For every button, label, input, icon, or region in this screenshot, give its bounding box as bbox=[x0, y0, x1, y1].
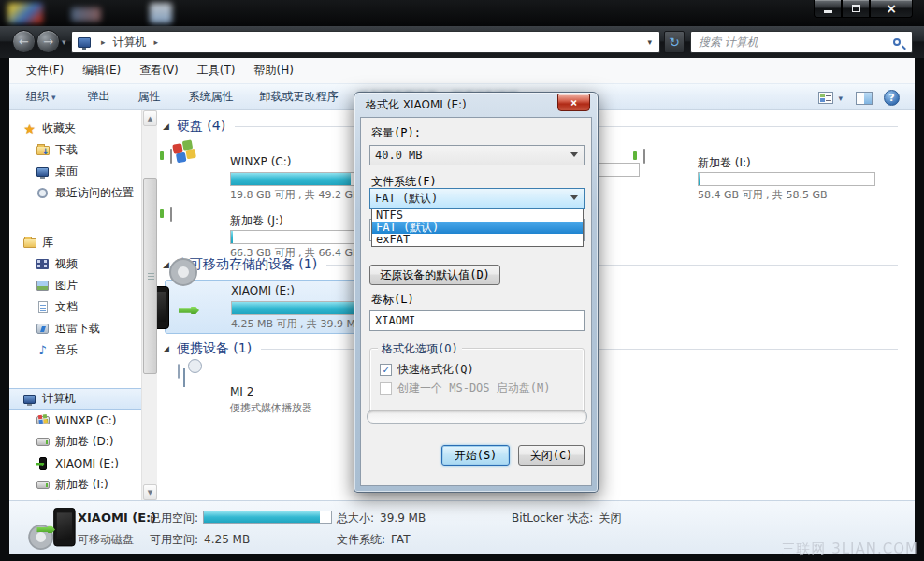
menu-edit[interactable]: 编辑(E) bbox=[73, 59, 130, 82]
dropdown-option-exfat[interactable]: exFAT bbox=[372, 234, 583, 246]
computer-icon bbox=[78, 37, 91, 48]
sidebar-item-music[interactable]: ♪ 音乐 bbox=[9, 339, 141, 361]
capacity-gauge-fill bbox=[231, 231, 233, 243]
music-note-icon: ♪ bbox=[36, 343, 50, 357]
search-icon[interactable] bbox=[893, 38, 901, 46]
capacity-gauge-fill bbox=[231, 173, 351, 185]
bitlocker-value: 关闭 bbox=[599, 511, 621, 525]
capacity-gauge bbox=[698, 172, 875, 186]
breadcrumb-arrow-icon[interactable]: ▸ bbox=[149, 37, 165, 47]
filesystem-combobox[interactable]: FAT (默认) bbox=[369, 188, 585, 209]
sidebar-group-libraries[interactable]: 库 bbox=[9, 232, 141, 253]
star-icon: ★ bbox=[22, 122, 36, 136]
capacity-value: 40.0 MB bbox=[375, 149, 423, 162]
toolbar-right-icons: ▾ ? bbox=[818, 84, 905, 111]
bitlocker-label: BitLocker 状态: bbox=[512, 511, 593, 525]
total-size-label: 总大小: bbox=[337, 511, 374, 525]
sidebar-item-thunder-download[interactable]: 迅雷下载 bbox=[9, 318, 141, 339]
sidebar-item-recent-places[interactable]: 最近访问的位置 bbox=[9, 182, 141, 204]
checkbox-checked-icon[interactable]: ✓ bbox=[380, 364, 392, 376]
sidebar-group-label: 计算机 bbox=[36, 391, 76, 407]
menu-tools[interactable]: 工具(T) bbox=[188, 59, 245, 82]
free-space: 可用空间:4.25 MB bbox=[150, 532, 250, 548]
view-dropdown-icon[interactable]: ▾ bbox=[835, 94, 843, 103]
sidebar-item-drive-i[interactable]: 新加卷 (I:) bbox=[9, 474, 141, 496]
sidebar-item-videos[interactable]: 视频 bbox=[9, 253, 141, 275]
menu-file[interactable]: 文件(F) bbox=[17, 59, 73, 82]
sidebar-item-pictures[interactable]: 图片 bbox=[9, 275, 141, 296]
scroll-down-button[interactable]: ▼ bbox=[143, 484, 157, 500]
help-icon[interactable]: ? bbox=[884, 90, 900, 106]
sidebar-item-drive-d[interactable]: 新加卷 (D:) bbox=[9, 431, 141, 453]
sidebar-item-documents[interactable]: 文档 bbox=[9, 296, 141, 318]
group-header-label: 硬盘 (4) bbox=[177, 118, 225, 135]
drive-tile-i[interactable]: 新加卷 (I:) 58.4 GB 可用 , 共 58.5 GB bbox=[640, 140, 894, 194]
scroll-up-button[interactable]: ▲ bbox=[143, 110, 157, 126]
system-properties-button[interactable]: 系统属性 bbox=[181, 85, 241, 108]
group-header-label: 有可移动存储的设备 (1) bbox=[177, 256, 317, 273]
navigation-bar: ← → ▾ ▸ 计算机 ▸ ▾ ↻ bbox=[0, 26, 924, 58]
used-space-label: 已用空间: bbox=[150, 511, 198, 526]
change-view-icon[interactable] bbox=[818, 92, 833, 104]
sidebar-item-downloads[interactable]: 下载 bbox=[9, 139, 141, 161]
address-dropdown-icon[interactable]: ▾ bbox=[640, 37, 659, 47]
breadcrumb-arrow-icon: ▸ bbox=[95, 37, 111, 47]
properties-button[interactable]: 属性 bbox=[131, 85, 168, 108]
green-arrow-icon bbox=[179, 307, 199, 314]
address-bar[interactable]: ▸ 计算机 ▸ ▾ bbox=[71, 31, 660, 53]
recent-places-icon bbox=[36, 186, 50, 200]
sidebar-item-label: 新加卷 (D:) bbox=[50, 434, 113, 450]
close-button[interactable]: × bbox=[870, 0, 913, 18]
volume-name-input[interactable]: XIAOMI bbox=[369, 310, 585, 331]
blurred-desktop-icon bbox=[71, 7, 101, 22]
menu-help[interactable]: 帮助(H) bbox=[245, 59, 303, 82]
refresh-icon: ↻ bbox=[669, 35, 680, 50]
volume-label: 卷标(L) bbox=[371, 292, 414, 308]
filesystem-dropdown-list: NTFS FAT (默认) exFAT bbox=[371, 209, 584, 247]
maximize-button[interactable] bbox=[842, 0, 870, 18]
sidebar-item-label: 迅雷下载 bbox=[50, 321, 100, 337]
phone-icon bbox=[53, 508, 75, 546]
sidebar-group-computer[interactable]: 计算机 bbox=[9, 388, 141, 410]
sidebar-item-drive-e[interactable]: XIAOMI (E:) bbox=[9, 453, 141, 474]
dialog-close-button[interactable]: × bbox=[557, 94, 590, 111]
eject-button[interactable]: 弹出 bbox=[80, 85, 118, 108]
sidebar-item-label: XIAOMI (E:) bbox=[50, 457, 119, 470]
bitlocker-status: BitLocker 状态:关闭 bbox=[512, 511, 621, 526]
breadcrumb-computer[interactable]: 计算机 bbox=[111, 35, 149, 50]
sidebar-item-drive-c[interactable]: WINXP (C:) bbox=[9, 410, 141, 431]
minimize-button[interactable] bbox=[814, 0, 842, 18]
document-icon bbox=[36, 300, 50, 314]
sidebar-scrollbar[interactable]: ▲ ▼ bbox=[141, 110, 157, 500]
start-button[interactable]: 开始(S) bbox=[441, 445, 510, 466]
organize-button[interactable]: 组织▾ bbox=[19, 85, 64, 108]
uninstall-program-button[interactable]: 卸载或更改程序 bbox=[253, 85, 346, 108]
sidebar-item-label: 新加卷 (I:) bbox=[50, 477, 108, 493]
group-header-label: 便携设备 (1) bbox=[177, 340, 252, 357]
msdos-checkbox-row: 创建一个 MS-DOS 启动盘(M) bbox=[380, 381, 550, 396]
sidebar-item-desktop[interactable]: 桌面 bbox=[9, 161, 141, 182]
dialog-body: 容量(P): 40.0 MB 文件系统(F) FAT (默认) NTFS FAT… bbox=[360, 117, 592, 486]
system-drive-icon bbox=[36, 413, 50, 427]
desktop-icon bbox=[36, 165, 50, 179]
phone-drive-icon bbox=[36, 456, 50, 470]
preview-pane-icon[interactable] bbox=[856, 92, 873, 105]
details-pane: XIAOMI (E:) 可移动磁盘 已用空间: 可用空间:4.25 MB 总大小… bbox=[9, 500, 915, 554]
sidebar-item-label: 视频 bbox=[50, 256, 78, 272]
window-controls: × bbox=[814, 0, 913, 18]
capacity-combobox[interactable]: 40.0 MB bbox=[369, 145, 585, 165]
sidebar-group-favorites[interactable]: ★ 收藏夹 bbox=[9, 118, 141, 139]
back-icon: ← bbox=[19, 35, 29, 49]
history-dropdown-icon[interactable]: ▾ bbox=[62, 37, 66, 47]
close-dialog-button[interactable]: 关闭(C) bbox=[518, 445, 585, 466]
forward-button[interactable]: → bbox=[36, 30, 60, 53]
quick-format-checkbox-row[interactable]: ✓ 快速格式化(Q) bbox=[380, 362, 474, 378]
back-button[interactable]: ← bbox=[12, 30, 36, 53]
refresh-button[interactable]: ↻ bbox=[664, 31, 685, 53]
minimize-icon bbox=[824, 10, 832, 13]
search-input[interactable] bbox=[691, 33, 893, 51]
restore-defaults-button[interactable]: 还原设备的默认值(D) bbox=[369, 265, 500, 285]
menu-view[interactable]: 查看(V) bbox=[130, 59, 188, 82]
scrollbar-thumb[interactable] bbox=[143, 178, 157, 374]
drive-icon bbox=[643, 149, 645, 164]
